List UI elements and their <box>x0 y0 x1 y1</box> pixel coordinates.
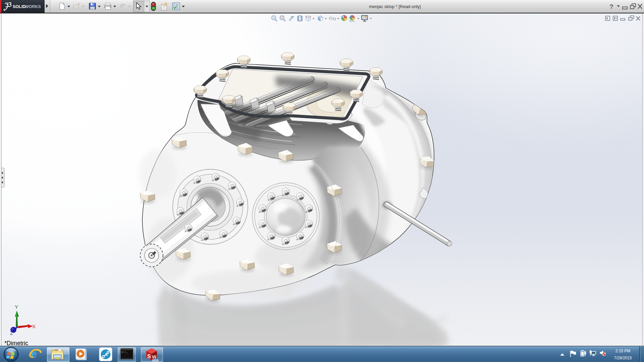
svg-text:2015: 2015 <box>152 359 158 362</box>
svg-text:S: S <box>147 354 151 359</box>
svg-text:7/28/2015: 7/28/2015 <box>614 356 632 360</box>
svg-text:Z: Z <box>10 330 13 336</box>
svg-text:Y: Y <box>15 304 18 310</box>
svg-text:C:\_: C:\_ <box>121 351 128 354</box>
svg-text:SOLID: SOLID <box>13 4 25 9</box>
svg-text:X: X <box>32 323 36 329</box>
svg-text:WORKS: WORKS <box>25 4 41 9</box>
svg-text:2:15 PM: 2:15 PM <box>615 349 631 353</box>
svg-text:?: ? <box>609 3 613 10</box>
